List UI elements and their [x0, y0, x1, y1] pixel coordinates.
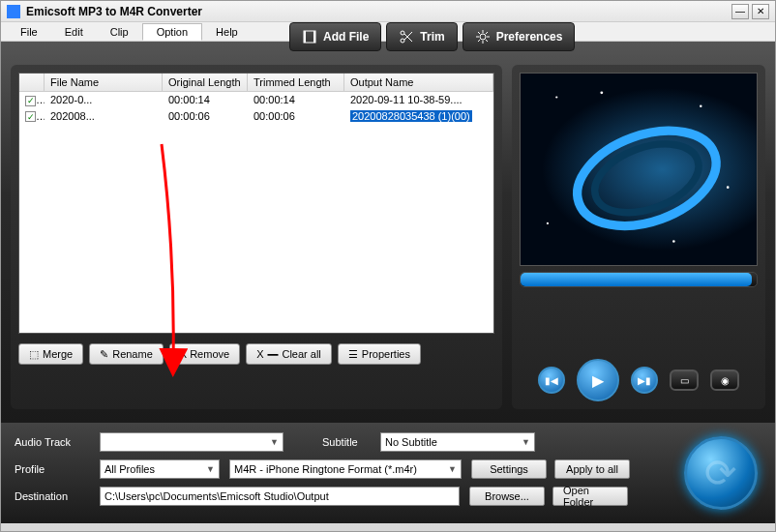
play-button[interactable]: ▶	[577, 359, 619, 401]
menu-help[interactable]: Help	[202, 24, 252, 40]
minimize-button[interactable]: —	[731, 4, 749, 19]
profile-category-select[interactable]: All Profiles▼	[100, 459, 220, 479]
preview-panel: ▮◀ ▶ ▶▮ ▭ ◉	[512, 65, 765, 409]
chevron-down-icon: ▼	[270, 437, 279, 447]
preferences-label: Preferences	[496, 30, 563, 44]
merge-button[interactable]: ⬚Merge	[18, 343, 83, 365]
cell-orig: 00:00:06	[163, 108, 248, 124]
chevron-down-icon: ▼	[206, 464, 215, 474]
destination-input[interactable]	[100, 487, 460, 506]
cell-filename: 202008...	[45, 108, 163, 124]
close-button[interactable]: ✕	[752, 4, 769, 19]
cell-trim: 00:00:14	[248, 92, 344, 107]
menu-clip[interactable]: Clip	[97, 24, 142, 40]
convert-arrow-icon: ⟳	[704, 451, 737, 495]
preview-timeline[interactable]	[520, 272, 758, 287]
open-folder-button[interactable]: Open Folder	[552, 487, 628, 506]
list-action-bar: ⬚Merge ✎Rename X Remove X—Clear all ☰Pro…	[18, 343, 494, 365]
svg-point-10	[700, 105, 701, 107]
fullscreen-button[interactable]: ▭	[670, 369, 699, 391]
cell-trim: 00:00:06	[248, 108, 344, 124]
svg-point-4	[401, 39, 404, 43]
svg-rect-2	[313, 31, 315, 43]
audio-track-label: Audio Track	[15, 436, 90, 448]
preview-art	[521, 74, 757, 265]
settings-button[interactable]: Settings	[471, 459, 547, 479]
file-list: File Name Original Length Trimmed Length…	[18, 73, 494, 334]
menu-option[interactable]: Option	[142, 23, 202, 41]
next-button[interactable]: ▶▮	[631, 367, 658, 394]
chevron-down-icon: ▼	[522, 437, 530, 447]
add-file-button[interactable]: Add File	[289, 22, 381, 51]
properties-button[interactable]: ☰Properties	[338, 343, 421, 365]
clear-all-button[interactable]: X—Clear all	[246, 343, 332, 365]
pencil-icon: ✎	[100, 348, 108, 361]
convert-button[interactable]: ⟳	[684, 436, 758, 510]
gear-icon	[475, 29, 491, 44]
app-window: Emicsoft MP3 to M4R Converter — ✕ File E…	[0, 0, 776, 532]
col-trimmed-length[interactable]: Trimmed Length	[248, 74, 344, 91]
svg-point-3	[401, 31, 404, 35]
app-title: Emicsoft MP3 to M4R Converter	[26, 5, 731, 18]
subtitle-label: Subtitle	[322, 436, 371, 448]
svg-point-13	[672, 240, 675, 243]
add-file-label: Add File	[323, 30, 369, 44]
svg-point-7	[585, 131, 708, 225]
svg-rect-1	[304, 31, 306, 43]
toolbar-area: Add File Trim Preferences File Name Orig…	[1, 42, 775, 423]
film-icon	[302, 29, 317, 44]
col-output-name[interactable]: Output Name	[344, 74, 493, 91]
col-filename[interactable]: File Name	[45, 74, 163, 91]
playback-controls: ▮◀ ▶ ▶▮ ▭ ◉	[520, 359, 758, 401]
app-icon	[7, 5, 20, 18]
list-icon: ☰	[348, 348, 358, 361]
svg-point-9	[600, 91, 603, 94]
profile-format-select[interactable]: M4R - iPhone Ringtone Format (*.m4r)▼	[229, 459, 462, 479]
svg-point-12	[547, 222, 549, 224]
chevron-down-icon: ▼	[448, 464, 457, 474]
preferences-button[interactable]: Preferences	[463, 22, 576, 51]
svg-point-5	[480, 34, 486, 40]
menu-edit[interactable]: Edit	[51, 24, 97, 40]
window-controls: — ✕	[731, 4, 769, 19]
audio-track-select[interactable]: ▼	[100, 432, 284, 452]
cell-output: 20200828035438 (1)(00)	[344, 108, 493, 124]
cell-output: 2020-09-11 10-38-59....	[344, 92, 493, 107]
settings-panel: Audio Track ▼ Subtitle No Subtitle▼ Prof…	[1, 423, 775, 523]
col-original-length[interactable]: Original Length	[163, 74, 248, 91]
checkbox-icon[interactable]: ✓	[25, 96, 36, 106]
checkbox-icon[interactable]: ✓	[25, 111, 36, 122]
destination-label: Destination	[15, 490, 90, 502]
menu-file[interactable]: File	[7, 24, 51, 40]
profile-label: Profile	[15, 463, 90, 475]
svg-point-8	[555, 96, 557, 98]
file-list-panel: File Name Original Length Trimmed Length…	[11, 65, 502, 409]
rename-button[interactable]: ✎Rename	[89, 343, 164, 365]
subtitle-select[interactable]: No Subtitle▼	[380, 432, 535, 452]
svg-point-11	[727, 186, 730, 189]
file-list-header: File Name Original Length Trimmed Length…	[19, 74, 493, 92]
preview-canvas	[520, 73, 758, 266]
titlebar: Emicsoft MP3 to M4R Converter — ✕	[1, 1, 775, 22]
browse-button[interactable]: Browse...	[469, 487, 545, 506]
trim-button[interactable]: Trim	[386, 22, 457, 51]
svg-point-6	[564, 113, 730, 244]
cell-orig: 00:00:14	[163, 92, 248, 107]
remove-button[interactable]: X Remove	[169, 343, 240, 365]
table-row[interactable]: ✓ 202008... 00:00:06 00:00:06 2020082803…	[19, 108, 493, 125]
col-check[interactable]	[19, 74, 45, 91]
apply-to-all-button[interactable]: Apply to all	[554, 459, 630, 479]
snapshot-button[interactable]: ◉	[710, 369, 739, 391]
prev-button[interactable]: ▮◀	[538, 367, 565, 394]
top-buttons: Add File Trim Preferences	[289, 22, 575, 51]
cell-filename: 2020-0...	[45, 92, 163, 107]
trim-label: Trim	[420, 30, 444, 44]
table-row[interactable]: ✓ 2020-0... 00:00:14 00:00:14 2020-09-11…	[19, 92, 493, 108]
scissors-icon	[399, 29, 414, 44]
merge-icon: ⬚	[29, 348, 39, 361]
